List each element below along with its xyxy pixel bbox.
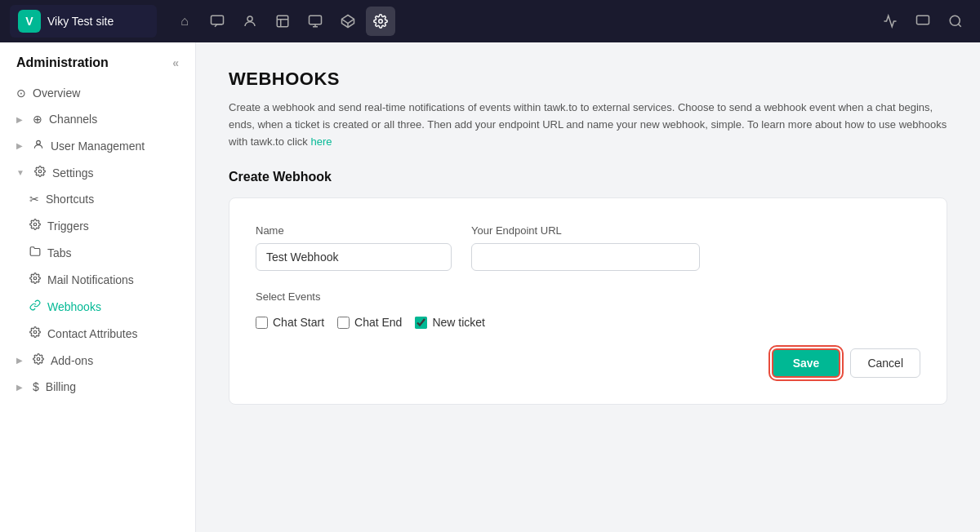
sidebar-item-addons[interactable]: ▶ Add-ons [0,347,195,374]
chat-start-check[interactable]: Chat Start [256,316,324,329]
sidebar-item-triggers[interactable]: Triggers [0,212,195,239]
chevron-right-icon2: ▶ [16,141,23,150]
chevron-right-icon3: ▶ [16,356,23,365]
create-webhook-card: Name Your Endpoint URL Select Events Cha… [229,197,947,405]
svg-rect-11 [917,16,929,24]
sidebar-item-overview[interactable]: ⊙ Overview [0,80,195,106]
url-input[interactable] [471,243,700,271]
sidebar: Administration « ⊙ Overview ▶ ⊕ Channels… [0,42,196,532]
tabs-icon [29,246,41,259]
chat-icon[interactable] [203,7,232,36]
cancel-button[interactable]: Cancel [850,348,920,378]
chat-end-check[interactable]: Chat End [337,316,402,329]
mail-icon [29,273,41,286]
sidebar-item-settings[interactable]: ▼ Settings [0,159,195,186]
new-ticket-checkbox[interactable] [415,317,427,329]
sidebar-item-billing[interactable]: ▶ $ Billing [0,374,195,400]
page-description: Create a webhook and send real-time noti… [229,100,947,150]
scissors-icon: ✂ [29,193,39,206]
page-title: WEBHOOKS [229,69,947,90]
contacts-icon[interactable] [235,7,265,36]
svg-point-17 [33,277,37,280]
svg-point-1 [247,16,252,21]
brand[interactable]: V Viky Test site [10,5,157,38]
chat-end-label: Chat End [354,316,402,329]
brand-name: Viky Test site [47,15,114,28]
billing-icon: $ [33,380,39,393]
new-ticket-label: New ticket [432,316,485,329]
name-label: Name [256,224,452,237]
search-icon[interactable] [941,7,970,36]
svg-rect-5 [310,16,322,24]
chevron-right-icon4: ▶ [16,383,23,392]
svg-point-14 [37,140,41,144]
form-actions: Save Cancel [256,348,920,378]
triggers-icon [29,219,41,233]
layout: Administration « ⊙ Overview ▶ ⊕ Channels… [0,42,980,532]
sidebar-item-mail-notifications[interactable]: Mail Notifications [0,266,195,293]
sidebar-title: Administration « [0,55,195,80]
sidebar-item-user-management[interactable]: ▶ User Management [0,132,195,159]
collapse-icon[interactable]: « [172,56,179,69]
events-label: Select Events [256,290,485,303]
chat-end-checkbox[interactable] [337,317,350,329]
settings-icon [34,166,46,180]
brand-avatar: V [18,10,41,33]
name-input[interactable] [256,243,452,271]
chat-start-label: Chat Start [273,316,324,329]
top-nav: V Viky Test site ⌂ [0,0,980,42]
overview-icon: ⊙ [16,86,26,100]
nav-right [875,7,970,36]
channels-icon: ⊕ [33,113,42,126]
svg-point-10 [379,20,383,24]
contact-attr-icon [29,326,41,340]
svg-point-16 [33,223,37,226]
gear-icon[interactable] [366,7,395,36]
here-link[interactable]: here [310,135,332,148]
webhook-icon [29,299,41,313]
svg-line-13 [958,24,960,26]
sidebar-item-shortcuts[interactable]: ✂ Shortcuts [0,186,195,212]
sidebar-item-channels[interactable]: ▶ ⊕ Channels [0,106,195,132]
url-label: Your Endpoint URL [471,224,700,237]
svg-point-12 [950,16,960,25]
sidebar-item-contact-attributes[interactable]: Contact Attributes [0,320,195,347]
addons-icon [33,353,44,367]
main-content: WEBHOOKS Create a webhook and send real-… [196,42,980,532]
svg-rect-2 [277,16,288,27]
svg-point-19 [37,357,40,361]
sidebar-item-tabs[interactable]: Tabs [0,239,195,266]
user-management-icon [33,139,44,153]
events-group: Select Events Chat Start Chat End New [256,290,485,329]
chat-start-checkbox[interactable] [256,317,268,329]
save-button[interactable]: Save [772,348,841,378]
notifications-icon[interactable] [908,7,938,36]
name-group: Name [256,224,452,271]
new-ticket-check[interactable]: New ticket [415,316,485,329]
sidebar-item-webhooks[interactable]: Webhooks [0,293,195,320]
activity-icon[interactable] [875,7,905,36]
home-icon[interactable]: ⌂ [170,7,199,36]
svg-rect-0 [212,16,224,24]
svg-point-18 [33,330,37,334]
form-row: Name Your Endpoint URL Select Events Cha… [256,224,920,329]
chevron-right-icon: ▶ [16,115,23,124]
url-group: Your Endpoint URL [471,224,700,271]
nav-icons: ⌂ [163,7,869,36]
box-icon[interactable] [333,7,363,36]
monitor-icon[interactable] [301,7,330,36]
section-title: Create Webhook [229,170,947,184]
svg-point-15 [38,170,42,173]
events-checks: Chat Start Chat End New ticket [256,309,485,329]
reports-icon[interactable] [268,7,297,36]
chevron-down-icon: ▼ [16,168,24,177]
